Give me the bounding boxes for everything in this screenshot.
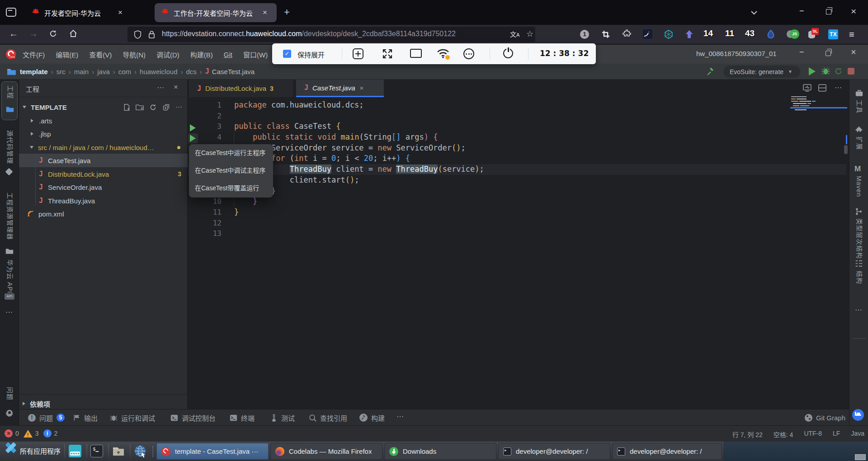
new-file-icon[interactable]	[123, 103, 130, 111]
build-hammer-icon[interactable]	[706, 67, 715, 76]
panel-terminal[interactable]: 终端	[230, 409, 255, 426]
editor-tab-distributedlock[interactable]: J DistributedLock.java 3	[189, 80, 293, 97]
split-editor-icon[interactable]	[818, 84, 826, 94]
panel-test[interactable]: 测试	[270, 409, 295, 426]
url-bar[interactable]: https://devstation.connect.huaweicloud.c…	[127, 27, 535, 42]
maven-label[interactable]: Maven	[855, 176, 863, 197]
shield-icon[interactable]	[134, 30, 142, 39]
run-line-3-icon[interactable]	[190, 124, 196, 132]
editor-more-icon[interactable]: ⋯	[835, 83, 842, 92]
new-folder-icon[interactable]	[136, 103, 144, 111]
menu-item-debug-main[interactable]: 在CaseTest中调试主程序	[189, 162, 273, 179]
tool-hwcloud-api-label[interactable]: 华为云 API	[6, 259, 15, 293]
status-problems[interactable]: × 0 ! 3 i 2	[5, 429, 57, 437]
tab-close-icon[interactable]: ×	[360, 84, 364, 92]
screenshot-crop-icon[interactable]	[601, 30, 610, 39]
editor-scrollbar-thumb[interactable]	[844, 145, 848, 154]
status-encoding[interactable]: UTF-8	[804, 430, 822, 439]
list-tabs-icon[interactable]	[750, 10, 758, 15]
window-minimize-icon[interactable]: −	[799, 6, 804, 16]
crumb-file[interactable]: CaseTest.java	[212, 68, 255, 75]
ext-hexagon-icon[interactable]	[664, 29, 674, 39]
debug-bug-icon[interactable]	[821, 67, 830, 75]
ext-chart-icon[interactable]	[643, 29, 652, 39]
notification-badge[interactable]	[852, 409, 864, 421]
task-button-ide-active[interactable]: template - CaseTest.java ···	[156, 443, 269, 460]
network-icon[interactable]	[436, 48, 450, 60]
home-icon[interactable]	[69, 29, 78, 38]
tree-item-src-path[interactable]: src / main / java / com / huaweicloud…	[19, 141, 188, 154]
new-desktop-icon[interactable]	[353, 48, 363, 59]
menu-item-run-coverage[interactable]: 在CaseTest带覆盖运行	[189, 179, 273, 197]
firefox-view-icon[interactable]	[6, 8, 16, 17]
display-icon[interactable]	[410, 49, 422, 58]
task-button-downloads[interactable]: Downloads	[384, 443, 496, 460]
tools-label[interactable]: 工具	[855, 100, 864, 113]
run-config-select[interactable]: EvoSuite: generate ▼	[723, 66, 800, 78]
back-icon[interactable]: ←	[9, 28, 18, 39]
menu-hamburger-icon[interactable]: ≡	[849, 29, 854, 40]
browser-tab-2-active[interactable]: 工作台-开发者空间-华为云 ×	[155, 3, 277, 22]
ide-close-icon[interactable]: ×	[851, 47, 856, 57]
tool-scm-label[interactable]: 源代码管理	[6, 130, 15, 164]
panel-options-icon[interactable]: ⋯	[157, 83, 164, 92]
workspace-pager[interactable]	[855, 454, 866, 460]
ext-up-arrow-icon[interactable]	[684, 29, 694, 39]
menu-file[interactable]: 文件(F)	[23, 50, 45, 59]
status-language[interactable]: Java	[851, 430, 864, 439]
ext-sql-icon[interactable]: SL	[807, 29, 818, 40]
stop-button[interactable]	[848, 68, 854, 75]
run-button[interactable]	[809, 67, 816, 75]
tree-item-jlsp[interactable]: .jlsp	[19, 127, 188, 141]
crumb-dcs[interactable]: dcs	[186, 68, 196, 75]
panel-run-debug[interactable]: 运行和调试	[110, 409, 155, 426]
keyboard-icon[interactable]	[69, 445, 81, 457]
keep-open-checkbox[interactable]: ✓	[283, 50, 291, 58]
more-options-icon[interactable]	[463, 48, 474, 59]
status-line-col[interactable]: 行 7, 列 22	[732, 430, 763, 439]
ext-drop-icon[interactable]	[766, 29, 776, 39]
forward-icon[interactable]: →	[29, 28, 38, 39]
panel-build[interactable]: 构建	[359, 409, 385, 426]
extensions-puzzle-icon[interactable]	[622, 29, 632, 39]
tree-item-serviceorder[interactable]: J ServiceOrder.java	[19, 180, 188, 194]
panel-close-icon[interactable]: ×	[174, 83, 178, 92]
applications-menu-button[interactable]: 所有应用程序	[4, 444, 61, 457]
task-button-firefox[interactable]: Codelabs — Mozilla Firefox	[270, 443, 382, 460]
new-tab-button[interactable]: +	[284, 6, 290, 18]
crumb-huaweicloud[interactable]: huaweicloud	[140, 68, 177, 75]
explorer-folder-icon[interactable]	[5, 248, 14, 254]
tool-project-active[interactable]: 工程	[1, 81, 18, 120]
ext-counter-43[interactable]: 43	[745, 28, 755, 38]
scm-icon[interactable]	[5, 168, 13, 176]
reload-icon[interactable]	[49, 29, 57, 38]
tab-close-icon[interactable]: ×	[118, 8, 123, 17]
extensions-icon[interactable]	[855, 126, 863, 134]
panel-find-refs[interactable]: 查找引用	[309, 409, 347, 426]
collapse-all-icon[interactable]	[162, 103, 170, 111]
crumb-main[interactable]: main	[74, 68, 89, 75]
tree-dependencies[interactable]: 依赖项	[19, 397, 188, 410]
right-more-icon[interactable]: ⋯	[855, 306, 862, 314]
menu-item-run-main[interactable]: 在CaseTest中运行主程序	[189, 144, 273, 162]
editor-tab-casetest-active[interactable]: J CaseTest.java ×	[296, 80, 384, 97]
menu-view[interactable]: 查看(V)	[89, 50, 112, 59]
run-toolwindow-icon[interactable]	[803, 84, 811, 94]
lock-icon[interactable]	[148, 30, 155, 39]
menu-debug[interactable]: 调试(D)	[156, 50, 179, 59]
run-line-4-icon[interactable]	[190, 135, 196, 142]
power-icon[interactable]	[503, 48, 513, 58]
terminal-app-icon[interactable]: $▁	[90, 445, 103, 457]
tab-close-icon[interactable]: ×	[263, 8, 267, 17]
ext-counter-11[interactable]: 11	[725, 28, 734, 38]
maven-icon[interactable]: M	[854, 165, 861, 174]
browser-globe-icon[interactable]	[134, 445, 146, 457]
window-restore-icon[interactable]	[826, 9, 831, 14]
structure-icon[interactable]	[855, 260, 863, 267]
task-button-terminal-2[interactable]: ▸ developer@developer: /	[612, 443, 722, 460]
structure-label[interactable]: 结构	[855, 271, 864, 284]
crumb-com[interactable]: com	[118, 68, 131, 75]
browser-tab-1[interactable]: 开发者空间-华为云 ×	[26, 3, 151, 22]
refresh-icon[interactable]	[149, 103, 157, 111]
type-hierarchy-label[interactable]: 类型层次结构	[855, 218, 864, 259]
